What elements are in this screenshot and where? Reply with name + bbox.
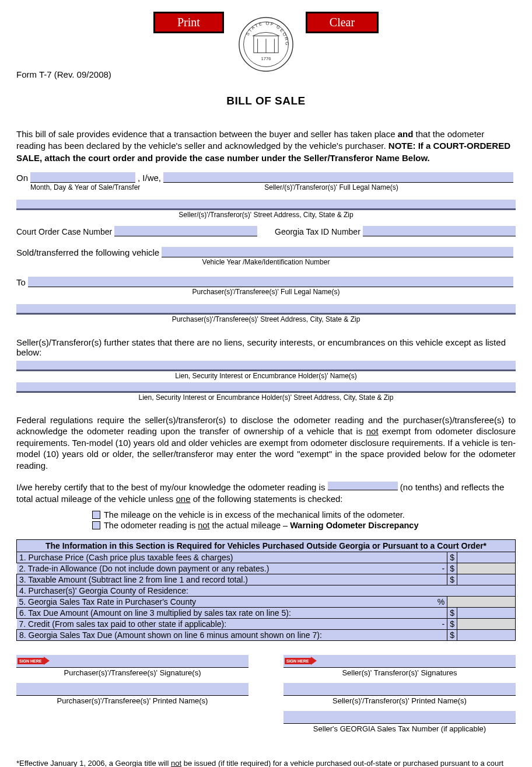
seller-name-caption: Seller(s)'/Transferor(s)' Printed Name(s… (284, 696, 516, 705)
row5-percent: % (438, 597, 444, 606)
on-label: On (16, 173, 28, 183)
intro-paragraph: This bill of sale provides evidence that… (16, 128, 516, 164)
row6-label: 6. Tax Due Amount (Amount on line 3 mult… (17, 608, 447, 619)
footnote-a: *Effective January 1, 2006, a Georgia ti… (16, 759, 171, 767)
row3-dollar: $ (447, 574, 457, 585)
row8-amount[interactable] (457, 630, 516, 641)
purchaser-printed-name-input[interactable] (16, 683, 249, 696)
caption-purchaser-name: Purchaser(s)'/Transferee(s)' Full Legal … (16, 288, 516, 296)
row8-label: 8. Georgia Sales Tax Due (Amount shown o… (17, 630, 447, 641)
row5-label: 5. Georgia Sales Tax Rate in Purchaser's… (19, 597, 197, 606)
checkbox-row-1: The mileage on the vehicle is in excess … (92, 510, 516, 520)
caption-vehicle: Vehicle Year /Make/Identification Number (16, 258, 516, 266)
seller-signature-column: SIGN HERE Seller(s)' Transferor(s)' Sign… (284, 655, 516, 739)
intro-and: and (398, 129, 414, 139)
row7-amount[interactable] (457, 619, 516, 630)
checkbox-row-2: The odometer reading is not the actual m… (92, 521, 516, 530)
row7-label: 7. Credit (From sales tax paid to other … (19, 619, 227, 629)
seller-address-input[interactable] (16, 200, 516, 210)
checkbox-excess[interactable] (92, 511, 100, 519)
to-label: To (16, 277, 26, 287)
purchaser-address-input[interactable] (16, 304, 516, 315)
caption-purchaser-addr: Purchaser(s)'/Transferee(s)' Street Addr… (16, 315, 516, 323)
seller-name-input[interactable] (163, 172, 513, 183)
document-page: Print Clear STATE OF GEORGIA 1776 Form T… (0, 0, 532, 767)
vehicle-input[interactable] (162, 247, 513, 257)
state-seal-icon: STATE OF GEORGIA 1776 (238, 16, 294, 72)
row8-dollar: $ (447, 630, 457, 641)
sign-here-icon: SIGN HERE (285, 657, 319, 665)
iwe-label: , I/we, (138, 173, 161, 183)
intro-text-1: This bill of sale provides evidence that… (16, 129, 398, 139)
row4-label[interactable]: 4. Purchaser(s)' Georgia County of Resid… (17, 585, 516, 597)
certify-one: one (176, 494, 191, 504)
sale-date-input[interactable] (30, 172, 135, 183)
odometer-input[interactable] (328, 482, 398, 490)
document-title: BILL OF SALE (16, 95, 516, 107)
sold-label: Sold/transferred the following vehicle (16, 247, 159, 257)
vehicle-row: Sold/transferred the following vehicle (16, 247, 516, 257)
lien-name-input[interactable] (16, 361, 516, 371)
purchaser-name-input[interactable] (28, 277, 513, 287)
svg-text:1776: 1776 (261, 56, 271, 61)
seller-printed-name-input[interactable] (284, 683, 516, 696)
caption-seller-addr: Seller/(s)'/Transferor(s)' Street Addres… (16, 211, 516, 219)
table-header: The Information in this Section is Requi… (17, 540, 516, 552)
purchaser-name-caption: Purchaser(s)'/Transferee(s)' Printed Nam… (16, 696, 249, 705)
seller-tax-number-input[interactable] (284, 711, 516, 724)
svg-marker-8 (44, 657, 50, 665)
purchaser-signature-column: SIGN HERE Purchaser(s)'/Transferee(s)' S… (16, 655, 249, 739)
row6-amount[interactable] (457, 608, 516, 619)
lien-address-input[interactable] (16, 382, 516, 393)
lien-statement: Seller(s)/Transferor(s) further states t… (16, 337, 516, 357)
print-button-wrap: Print (153, 12, 224, 33)
clear-button-wrap: Clear (306, 12, 379, 33)
footnote: *Effective January 1, 2006, a Georgia ti… (16, 759, 516, 767)
court-tax-row: Court Order Case Number Georgia Tax ID N… (16, 226, 516, 236)
row6-dollar: $ (447, 608, 457, 619)
checkbox-discrepancy[interactable] (92, 521, 100, 529)
tax-info-table: The Information in this Section is Requi… (16, 539, 516, 641)
row2-amount[interactable] (457, 563, 516, 574)
tax-id-input[interactable] (363, 226, 516, 236)
row7-dollar: $ (447, 619, 457, 630)
federal-paragraph: Federal regulations require the seller(s… (16, 414, 516, 472)
purchaser-sig-caption: Purchaser(s)'/Transferee(s)' Signature(s… (16, 668, 249, 677)
certify-paragraph: I/we hereby certify that to the best of … (16, 482, 516, 504)
footnote-not: not (171, 759, 181, 767)
caption-lien-name: Lien, Security Interest or Encumbrance H… (16, 372, 516, 380)
caption-date: Month, Day & Year of Sale/Transfer (30, 183, 147, 191)
row1-label: 1. Purchase Price (Cash price plus taxab… (17, 552, 447, 563)
certify-c: of the following statements is checked: (191, 494, 343, 504)
court-order-input[interactable] (114, 226, 257, 236)
seller-tax-caption: Seller's GEORGIA Sales Tax Number (if ap… (284, 724, 516, 733)
checkbox-label-1: The mileage on the vehicle is in excess … (104, 510, 405, 520)
row7-minus: - (442, 619, 445, 629)
tax-id-label: Georgia Tax ID Number (275, 227, 360, 236)
row3-label: 3. Taxable Amount (Subtract line 2 from … (17, 574, 447, 585)
row2-label: 2. Trade-in Allowance (Do not include do… (19, 564, 270, 573)
purchaser-row: To (16, 277, 516, 287)
svg-text:STATE OF GEORGIA: STATE OF GEORGIA (238, 16, 290, 46)
print-button[interactable]: Print (155, 13, 222, 32)
caption-seller-name: Seller/(s)'/Transferor(s)' Full Legal Na… (147, 183, 516, 191)
clear-button[interactable]: Clear (307, 13, 377, 32)
row3-amount[interactable] (457, 574, 516, 585)
row2-minus: - (442, 564, 445, 573)
date-seller-row: On , I/we, (16, 172, 516, 183)
purchaser-signature-input[interactable]: SIGN HERE (16, 655, 249, 668)
seller-signature-input[interactable]: SIGN HERE (284, 655, 516, 668)
seller-sig-caption: Seller(s)' Transferor(s)' Signatures (284, 668, 516, 677)
sign-here-icon: SIGN HERE (18, 657, 52, 665)
row5-amount[interactable] (447, 597, 516, 608)
checkbox-label-2: The odometer reading is not the actual m… (104, 521, 418, 530)
row1-dollar: $ (447, 552, 457, 563)
court-order-label: Court Order Case Number (16, 227, 112, 236)
row1-amount[interactable] (457, 552, 516, 563)
row2-dollar: $ (447, 563, 457, 574)
caption-lien-addr: Lien, Security Interest or Encumbrance H… (16, 393, 516, 402)
certify-a: I/we hereby certify that to the best of … (16, 482, 328, 492)
svg-marker-9 (311, 657, 317, 665)
signature-area: SIGN HERE Purchaser(s)'/Transferee(s)' S… (16, 655, 516, 739)
checkbox-group: The mileage on the vehicle is in excess … (92, 510, 516, 530)
